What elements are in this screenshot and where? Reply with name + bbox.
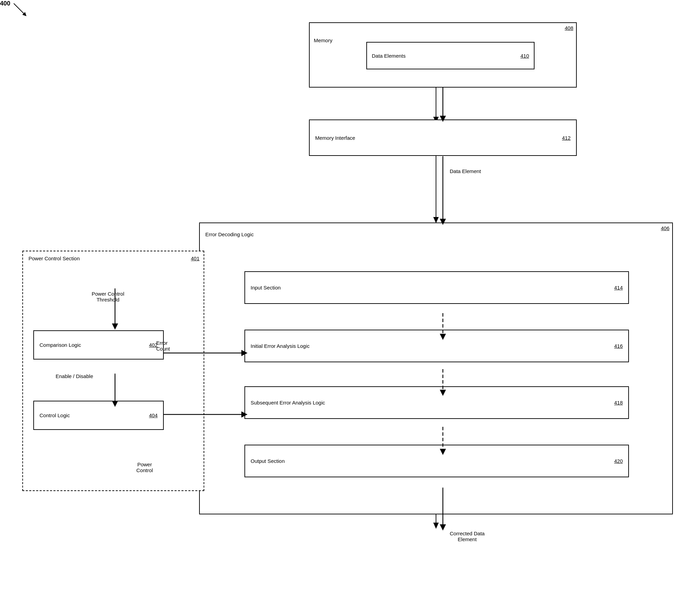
output-section-ref: 420: [614, 458, 623, 464]
diagram-container: 400 408 Memory Data Elements 410 Memory …: [0, 0, 700, 604]
initial-error-ref: 416: [614, 343, 623, 349]
data-element-label: Data Element: [450, 168, 481, 174]
memory-interface-ref: 412: [562, 135, 571, 141]
output-section-label: Output Section: [251, 458, 285, 464]
power-control-section-box: Power Control Section 401 Comparison Log…: [22, 251, 204, 491]
memory-label: Memory: [314, 37, 332, 43]
power-control-threshold-label: Power ControlThreshold: [92, 291, 124, 303]
memory-interface-box: Memory Interface 412: [309, 119, 577, 156]
corrected-data-label: Corrected DataElement: [450, 531, 485, 542]
memory-interface-label: Memory Interface: [315, 135, 355, 141]
control-logic-label: Control Logic: [39, 412, 70, 418]
subsequent-error-box: Subsequent Error Analysis Logic 418: [244, 386, 629, 419]
corrected-data-text: Corrected DataElement: [450, 531, 485, 542]
initial-error-box: Initial Error Analysis Logic 416: [244, 330, 629, 362]
input-section-label: Input Section: [251, 285, 281, 290]
subsequent-error-ref: 418: [614, 400, 623, 406]
error-decoding-box: 406 Error Decoding Logic Input Section 4…: [199, 223, 673, 514]
power-control-label: PowerControl: [136, 461, 153, 473]
power-control-section-ref: 401: [191, 255, 199, 261]
memory-ref: 408: [565, 25, 573, 31]
input-section-box: Input Section 414: [244, 271, 629, 304]
figure-number: 400: [0, 0, 10, 7]
initial-error-label: Initial Error Analysis Logic: [251, 343, 310, 349]
comparison-logic-label: Comparison Logic: [39, 342, 81, 348]
subsequent-error-label: Subsequent Error Analysis Logic: [251, 400, 325, 406]
power-control-section-label: Power Control Section: [28, 255, 80, 261]
svg-marker-11: [433, 523, 439, 529]
enable-disable-label: Enable / Disable: [56, 373, 93, 379]
data-elements-box: Data Elements 410: [366, 42, 535, 69]
data-elements-label: Data Elements: [372, 53, 405, 59]
control-logic-box: Control Logic 404: [33, 401, 164, 430]
error-decoding-label: Error Decoding Logic: [205, 231, 254, 237]
error-decoding-ref: 406: [661, 225, 669, 231]
svg-marker-35: [440, 524, 446, 531]
comparison-logic-box: Comparison Logic 402: [33, 330, 164, 360]
memory-box: 408 Memory Data Elements 410: [309, 22, 577, 88]
data-elements-ref: 410: [520, 53, 529, 59]
input-section-ref: 414: [614, 285, 623, 290]
error-count-label: ErrorCount: [156, 340, 170, 352]
control-logic-ref: 404: [149, 412, 158, 418]
output-section-box: Output Section 420: [244, 445, 629, 477]
figure-label: 400: [0, 0, 29, 19]
figure-arrow-icon: [12, 2, 29, 19]
